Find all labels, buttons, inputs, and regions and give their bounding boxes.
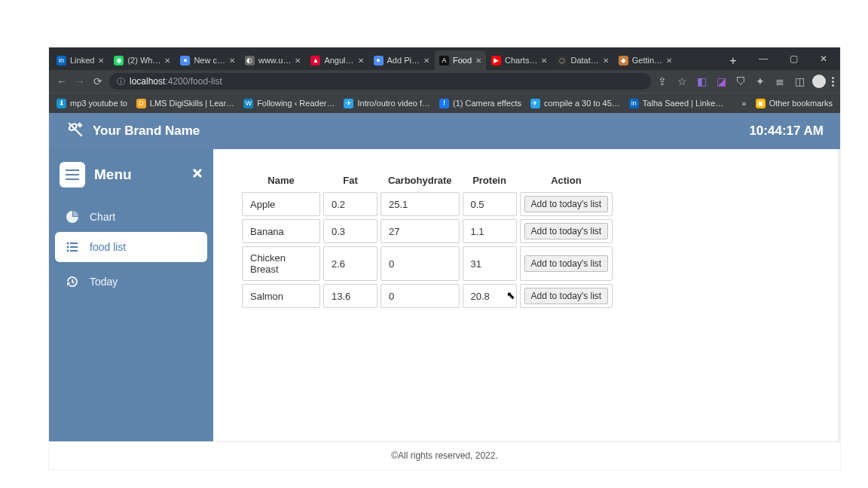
other-bookmarks-folder[interactable]: ▣ Other bookmarks: [756, 99, 833, 108]
sidebar-item-label: Today: [90, 276, 118, 288]
tab-close-button[interactable]: ✕: [666, 56, 672, 65]
nav-reload-button[interactable]: ⟳: [91, 75, 105, 88]
reading-list-icon[interactable]: ≣: [773, 75, 787, 88]
cell-carb: 25.1: [381, 192, 460, 216]
sidebar-item-food-list[interactable]: food list: [55, 232, 207, 262]
bookmark-favicon-icon: W: [243, 99, 253, 108]
tab-close-button[interactable]: ✕: [98, 56, 104, 65]
tab-favicon-icon: ▲: [310, 56, 320, 66]
list-icon: [66, 241, 79, 253]
bookmarks-bar: ⬇mp3 youtube toDLMS DigiSkills | Lear…WF…: [49, 93, 840, 113]
bookmark-favicon-icon: f: [439, 99, 449, 108]
page-content: Your Brand Name 10:44:17 AM Menu: [49, 113, 840, 469]
browser-tab[interactable]: ▲Angul…✕: [306, 50, 368, 70]
header-clock: 10:44:17 AM: [749, 124, 824, 139]
cell-name: Chicken Breast: [242, 246, 320, 281]
browser-tab[interactable]: ◌Datat…✕: [552, 50, 613, 70]
sidebar-header: Menu: [55, 155, 207, 194]
browser-menu-button[interactable]: [832, 77, 834, 87]
page-footer: ©All rights reserved, 2022.: [49, 441, 840, 469]
address-bar[interactable]: ⓘ localhost:4200/food-list: [109, 73, 651, 90]
browser-tab[interactable]: ●New c…✕: [176, 50, 240, 70]
shield-icon[interactable]: ⛉: [734, 75, 747, 88]
tab-favicon-icon: A: [439, 56, 449, 66]
tab-title: Datat…: [570, 56, 598, 65]
bookmark-label: Talha Saeed | Linke…: [643, 99, 723, 108]
tab-title: Angul…: [324, 56, 353, 65]
tab-title: Food: [453, 56, 472, 65]
col-protein: Protein: [463, 172, 517, 189]
tab-title: New c…: [194, 56, 225, 65]
bookmark-favicon-icon: ⬇: [57, 99, 66, 108]
browser-titlebar: inLinked✕◉(2) Wh…✕●New c…✕◐www.u…✕▲Angul…: [49, 47, 840, 70]
pie-icon: [66, 211, 79, 223]
bookmark-item[interactable]: ⬇mp3 youtube to: [57, 99, 127, 108]
table-row: Banana0.3271.1Add to today's list: [242, 219, 613, 243]
add-to-today-button[interactable]: Add to today's list: [524, 288, 609, 304]
bookmark-item[interactable]: ✈Intro/outro video f…: [344, 99, 430, 108]
bookmark-item[interactable]: WFollowing ‹ Reader…: [243, 99, 335, 108]
url-port: :4200: [165, 76, 188, 87]
tab-close-button[interactable]: ✕: [423, 56, 429, 65]
extension-icon[interactable]: ◧: [695, 75, 708, 88]
sidepanel-icon[interactable]: ◫: [793, 75, 806, 88]
brand-name: Your Brand Name: [93, 124, 200, 139]
tab-title: Add Pi…: [387, 56, 420, 65]
bookmark-star-icon[interactable]: ☆: [675, 75, 689, 88]
bookmark-favicon-icon: in: [629, 99, 639, 108]
nav-forward-button[interactable]: →: [73, 75, 87, 88]
window-controls: — ▢ ✕: [747, 47, 840, 70]
new-tab-button[interactable]: +: [724, 52, 742, 70]
tab-favicon-icon: ◐: [245, 56, 255, 66]
browser-tab[interactable]: ▶Charts…✕: [487, 50, 552, 70]
tab-close-button[interactable]: ✕: [229, 56, 235, 65]
extension-icon-2[interactable]: ◪: [714, 75, 728, 88]
svg-point-4: [67, 242, 69, 245]
url-host: localhost: [130, 76, 165, 87]
svg-rect-3: [66, 178, 79, 180]
browser-tab[interactable]: AFood✕: [435, 50, 486, 70]
bookmark-item[interactable]: inTalha Saeed | Linke…: [629, 99, 723, 108]
browser-tab[interactable]: ●Add Pi…✕: [369, 50, 434, 70]
bookmark-label: compile a 30 to 45…: [544, 99, 620, 108]
window-maximize-button[interactable]: ▢: [778, 47, 808, 70]
cell-protein: 31: [463, 246, 517, 281]
tab-close-button[interactable]: ✕: [541, 56, 547, 65]
add-to-today-button[interactable]: Add to today's list: [524, 223, 609, 239]
window-minimize-button[interactable]: —: [748, 47, 778, 70]
add-to-today-button[interactable]: Add to today's list: [524, 196, 609, 212]
table-row: Apple0.225.10.5Add to today's list: [242, 192, 613, 216]
bookmarks-overflow[interactable]: »: [742, 99, 747, 108]
browser-tab[interactable]: ◐www.u…✕: [240, 50, 305, 70]
tab-close-button[interactable]: ✕: [295, 56, 301, 65]
folder-icon: ▣: [756, 99, 766, 108]
profile-avatar[interactable]: [812, 75, 826, 88]
bookmark-favicon-icon: ✈: [344, 99, 353, 108]
extensions-puzzle-icon[interactable]: ✦: [753, 75, 767, 88]
food-table: Name Fat Carbohydrate Protein Action App…: [239, 169, 616, 311]
site-info-icon[interactable]: ⓘ: [117, 76, 125, 87]
bookmark-item[interactable]: ✈compile a 30 to 45…: [530, 99, 620, 108]
bookmark-label: (1) Camera effects: [453, 99, 521, 108]
close-sidebar-button[interactable]: [192, 168, 203, 181]
sidebar-item-chart[interactable]: Chart: [55, 202, 207, 232]
tab-close-button[interactable]: ✕: [603, 56, 609, 65]
browser-tab[interactable]: ◉(2) Wh…✕: [109, 50, 175, 70]
nav-back-button[interactable]: ←: [55, 75, 69, 88]
tab-favicon-icon: ◆: [619, 56, 628, 66]
sidebar-item-today[interactable]: Today: [55, 267, 207, 297]
tab-close-button[interactable]: ✕: [475, 56, 481, 65]
tab-close-button[interactable]: ✕: [358, 56, 364, 65]
tab-close-button[interactable]: ✕: [164, 56, 170, 65]
menu-toggle-button[interactable]: [60, 162, 85, 188]
sidebar-item-label: food list: [90, 241, 126, 253]
bookmark-item[interactable]: DLMS DigiSkills | Lear…: [136, 99, 234, 108]
share-icon[interactable]: ⇪: [656, 75, 669, 88]
bookmark-item[interactable]: f(1) Camera effects: [439, 99, 521, 108]
tab-title: Linked: [70, 56, 94, 65]
window-close-button[interactable]: ✕: [808, 47, 839, 70]
browser-tab[interactable]: ◆Gettin…✕: [614, 50, 677, 70]
browser-tab[interactable]: inLinked✕: [52, 50, 108, 70]
add-to-today-button[interactable]: Add to today's list: [524, 255, 609, 272]
bookmark-favicon-icon: ✈: [530, 99, 540, 108]
